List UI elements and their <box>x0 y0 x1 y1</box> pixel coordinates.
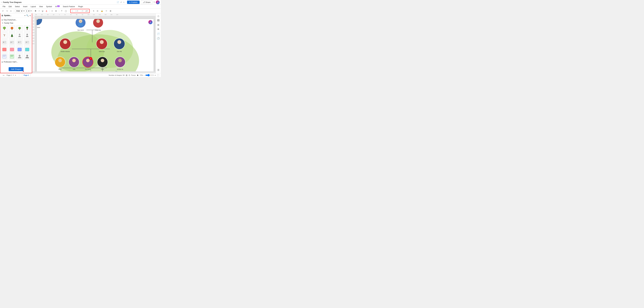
panel-close-icon[interactable]: « <box>30 14 31 17</box>
image-icon[interactable]: 🖼 <box>157 19 160 22</box>
category-org-chart[interactable]: ▶ Org Chart(Auto... <box>1 18 31 21</box>
share-button[interactable]: ⎇ Share <box>141 0 152 4</box>
node-oma-bep[interactable]: Oma Bep <box>93 19 103 31</box>
zoom-slider[interactable] <box>145 74 154 76</box>
horizontal-scrollbar[interactable] <box>32 71 156 73</box>
grid-icon[interactable]: ⊞ <box>157 23 159 26</box>
copy-style-button[interactable]: ⎘ <box>92 9 95 12</box>
shape-item[interactable] <box>1 53 8 60</box>
svg-rect-3 <box>12 29 12 30</box>
shape-item[interactable] <box>24 25 30 32</box>
text-button[interactable]: T <box>60 9 63 12</box>
shape-item[interactable] <box>16 46 23 53</box>
undo-button[interactable]: ↩ <box>1 9 5 12</box>
avatar[interactable]: U <box>156 0 160 4</box>
lock-button[interactable]: 🔒 <box>100 9 104 12</box>
fit-page-icon[interactable]: ⛶ <box>157 74 159 76</box>
add-shapes-button[interactable]: Add Shapes <box>9 67 24 71</box>
menu-insert[interactable]: Insert <box>22 5 29 8</box>
panel-title: Symbo... <box>4 14 24 16</box>
menu-search[interactable]: Search Feature <box>62 5 76 8</box>
shape-item[interactable] <box>24 53 30 60</box>
history-icon[interactable]: 🕐 <box>157 37 160 40</box>
panel-search-icon[interactable]: 🔍 <box>26 14 29 17</box>
underline-button[interactable]: U <box>41 9 44 12</box>
shape-item[interactable] <box>16 39 23 46</box>
svg-text:Vader Geert: Vader Geert <box>37 27 40 28</box>
bidir-connector-button[interactable]: ⇌ ▾ <box>84 9 89 12</box>
elbow-connector-button[interactable]: ⌐ <box>71 9 74 12</box>
separator-5 <box>69 9 69 12</box>
shape-item[interactable] <box>1 46 8 53</box>
menu-select[interactable]: Select <box>14 5 21 8</box>
category-profession[interactable]: ▶ Profession Half-l... <box>1 60 31 63</box>
record-icon[interactable]: ⏺ <box>137 74 138 76</box>
settings-menu-icon[interactable]: ☰ <box>157 69 159 71</box>
layers-icon[interactable]: ⊞ <box>126 74 128 76</box>
align-button[interactable]: ≡ <box>50 9 54 12</box>
back-button[interactable]: ‹ <box>1 1 2 3</box>
font-dropdown-icon[interactable]: ▾ <box>24 10 24 12</box>
font-family-select[interactable]: Arial <box>15 9 23 12</box>
svg-point-24 <box>18 42 19 43</box>
menu-layout[interactable]: Layout <box>29 5 37 8</box>
shape-item[interactable] <box>24 46 30 53</box>
align-more-button[interactable]: ⊟ <box>54 9 58 12</box>
font-size-select[interactable]: 12 <box>25 9 30 12</box>
zoom-out-button[interactable]: − <box>144 74 145 76</box>
shape-item[interactable] <box>9 32 15 39</box>
add-page-button[interactable]: + <box>15 74 16 76</box>
menu-plugin[interactable]: Plugin <box>76 5 84 8</box>
shape-item[interactable] <box>24 32 30 39</box>
menu-view[interactable]: View <box>38 5 44 8</box>
panel-header: ⊞ Symbo... ▾ 🔍 « <box>0 13 32 18</box>
node-opa-jacob[interactable]: 👓 Opa Jacob <box>76 19 86 31</box>
menu-symbol[interactable]: Symbol <box>44 5 53 8</box>
node-geert[interactable]: Vader Geert <box>37 19 42 28</box>
line-connector-button[interactable]: — ▾ <box>74 9 79 12</box>
share-network-icon: ⎇ <box>143 1 145 3</box>
menu-file[interactable]: File <box>1 5 7 8</box>
shape-item[interactable] <box>9 25 15 32</box>
table-button[interactable]: ⊞ <box>109 9 112 12</box>
document-icon[interactable]: 📄 <box>157 32 160 35</box>
redo-button[interactable]: ↪ <box>5 9 9 12</box>
canvas[interactable]: 👓 Opa Jacob Oma Bep <box>35 16 156 71</box>
menu-edit[interactable]: Edit <box>7 5 13 8</box>
focus-icon[interactable]: ⊡ <box>129 74 130 76</box>
category-family-tree[interactable]: ▼ Family Tree <box>1 21 31 25</box>
size-dropdown-icon[interactable]: ▾ <box>31 10 32 12</box>
shape-item[interactable] <box>9 39 15 46</box>
shape-item[interactable] <box>16 25 23 32</box>
help-icon[interactable]: ? <box>154 1 155 3</box>
bold-button[interactable]: B <box>34 9 37 12</box>
font-color-button[interactable]: A <box>45 9 48 12</box>
shape-fill-button[interactable]: ◯ <box>64 9 68 12</box>
shape-item[interactable] <box>16 32 23 39</box>
arrow-connector-button[interactable]: → ▾ <box>80 9 84 12</box>
cut-button[interactable]: ✂ <box>105 9 108 12</box>
separator-3 <box>49 9 50 12</box>
zoom-in-button[interactable]: + <box>155 74 156 76</box>
panel-dropdown-icon[interactable]: ▾ <box>24 15 25 16</box>
diamond-icon[interactable]: ◇ <box>158 14 159 17</box>
shape-item[interactable] <box>9 53 15 60</box>
shape-item[interactable] <box>16 53 23 60</box>
page-view-icon[interactable]: ▭ <box>2 74 6 77</box>
page-dropdown-icon[interactable]: ▾ <box>13 74 14 76</box>
eye-icon[interactable]: 👁 <box>157 28 160 31</box>
svg-point-13 <box>19 34 20 35</box>
menu-ai[interactable]: AIhot <box>54 5 61 8</box>
italic-button[interactable]: I <box>38 9 40 12</box>
shape-item[interactable] <box>1 39 8 46</box>
shape-item[interactable] <box>1 25 8 32</box>
crop-button[interactable]: ⊡ <box>96 9 99 12</box>
format-button[interactable]: ⎊ <box>9 9 12 12</box>
shape-item[interactable] <box>1 32 8 39</box>
shape-item[interactable] <box>24 39 30 46</box>
publish-button[interactable]: ✈ Publish <box>127 0 140 4</box>
page-tab-1[interactable]: Page-1 <box>22 74 30 76</box>
svg-point-14 <box>26 34 28 35</box>
vertical-ruler: 20 40 60 80 100 120 140 160 180 200 <box>32 16 35 71</box>
shape-item[interactable] <box>9 46 15 53</box>
